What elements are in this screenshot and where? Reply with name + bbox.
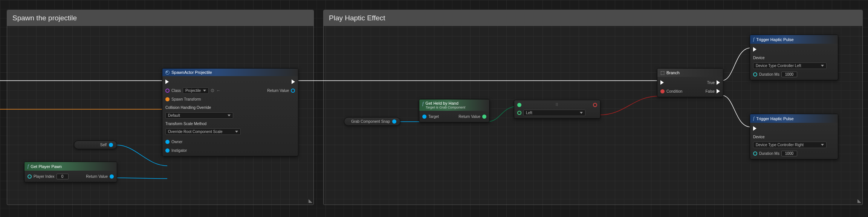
false-exec-pin[interactable] (717, 89, 720, 93)
exec-out-pin[interactable] (831, 126, 835, 131)
exec-in-pin[interactable] (753, 47, 756, 52)
exec-in-pin[interactable] (753, 126, 756, 131)
exec-in-pin[interactable] (660, 80, 664, 85)
node-title: Get Player Pawn (31, 164, 62, 169)
scale-dropdown[interactable]: Override Root Component Scale (165, 128, 241, 135)
node-grab-component-snap[interactable]: Grab Component Snap (344, 117, 400, 126)
spawn-icon (165, 70, 170, 75)
node-header: ⬚ Branch (657, 69, 723, 77)
collision-heading: Collision Handling Override (165, 105, 295, 110)
player-index-label: Player Index (34, 174, 55, 179)
exec-out-pin[interactable] (831, 47, 835, 52)
class-dropdown[interactable]: Projectile (183, 87, 209, 94)
class-label: Class (171, 89, 181, 93)
instigator-pin[interactable] (165, 148, 170, 153)
node-title: Trigger Haptic Pulse (756, 37, 793, 42)
node-trigger-haptic-bottom[interactable]: f Trigger Haptic Pulse Device Device Typ… (750, 114, 838, 159)
condition-pin[interactable] (660, 89, 665, 93)
return-pin[interactable] (291, 89, 295, 93)
node-self[interactable]: Self (74, 141, 117, 149)
bool-out-pin[interactable] (593, 103, 597, 107)
grab-out-pin[interactable] (392, 119, 396, 124)
exec-out-pin[interactable] (292, 79, 295, 84)
class-pin[interactable] (165, 89, 170, 93)
node-header: SpawnActor Projectile (162, 69, 298, 76)
duration-input[interactable] (781, 151, 797, 156)
node-subtitle: Target is Grab Component (425, 105, 465, 109)
transform-label: Spawn Transform (171, 97, 201, 101)
comment-title[interactable]: Play Haptic Effect (324, 10, 862, 26)
node-header: f Trigger Haptic Pulse (750, 35, 838, 44)
node-equals-left[interactable]: ⠿ Left (514, 100, 601, 119)
node-trigger-haptic-top[interactable]: f Trigger Haptic Pulse Device Device Typ… (750, 35, 838, 80)
duration-input[interactable] (781, 72, 797, 77)
device-dropdown[interactable]: Device Type Controller Left (753, 63, 827, 69)
scale-heading: Transform Scale Method (165, 122, 295, 126)
exec-in-pin[interactable] (165, 79, 169, 84)
grab-label: Grab Component Snap (351, 119, 390, 124)
node-header: f Get Player Pawn (24, 162, 117, 171)
self-out-pin[interactable] (109, 143, 113, 147)
node-header: f Get Held by Hand Target is Grab Compon… (419, 99, 489, 111)
node-branch[interactable]: ⬚ Branch True Condition False (657, 68, 723, 97)
self-label: Self (100, 143, 107, 147)
device-heading: Device (753, 135, 835, 139)
branch-icon: ⬚ (660, 70, 665, 75)
return-pin[interactable] (482, 115, 486, 119)
device-dropdown[interactable]: Device Type Controller Right (753, 142, 827, 148)
device-heading: Device (753, 56, 835, 60)
false-label: False (706, 89, 715, 93)
node-spawn-actor[interactable]: SpawnActor Projectile Class Projectile ⊙… (162, 68, 298, 156)
node-title: Trigger Haptic Pulse (756, 116, 793, 121)
condition-label: Condition (666, 89, 682, 93)
node-title: Get Held by Hand (425, 101, 458, 105)
node-get-player-pawn[interactable]: f Get Player Pawn Player Index Return Va… (24, 162, 117, 182)
node-header: f Trigger Haptic Pulse (750, 114, 838, 123)
function-icon: f (28, 164, 29, 169)
duration-label: Duration Ms (759, 72, 779, 76)
return-label: Return Value (458, 115, 480, 119)
return-label: Return Value (86, 174, 108, 179)
instigator-label: Instigator (171, 148, 187, 153)
owner-pin[interactable] (165, 140, 170, 144)
duration-pin[interactable] (753, 72, 757, 76)
owner-label: Owner (171, 140, 182, 144)
grip-icon[interactable]: ⠿ (555, 102, 559, 107)
function-icon: f (422, 101, 423, 107)
enum-in-pin[interactable] (517, 103, 521, 107)
target-label: Target (428, 115, 439, 119)
player-index-input[interactable] (57, 174, 69, 179)
player-index-pin[interactable] (28, 174, 32, 179)
browse-icon[interactable]: ⊙ (211, 88, 214, 93)
target-pin[interactable] (422, 115, 426, 119)
enum-dropdown[interactable]: Left (523, 110, 585, 116)
true-exec-pin[interactable] (717, 80, 720, 85)
function-icon: f (753, 116, 754, 121)
enum-in2-pin[interactable] (517, 111, 521, 115)
resize-handle-icon[interactable]: ◢ (309, 198, 312, 203)
collision-dropdown[interactable]: Default (165, 112, 233, 119)
resize-handle-icon[interactable]: ◢ (857, 198, 861, 203)
find-icon[interactable]: ← (216, 88, 220, 93)
node-get-held-by-hand[interactable]: f Get Held by Hand Target is Grab Compon… (419, 99, 490, 122)
duration-pin[interactable] (753, 151, 757, 156)
duration-label: Duration Ms (759, 151, 779, 156)
comment-title[interactable]: Spawn the projectile (7, 10, 313, 26)
true-label: True (707, 81, 715, 85)
node-title: SpawnActor Projectile (171, 70, 212, 75)
return-pin[interactable] (110, 174, 114, 179)
transform-pin[interactable] (165, 97, 170, 101)
function-icon: f (753, 37, 754, 42)
node-title: Branch (666, 70, 680, 75)
return-label: Return Value (267, 89, 289, 93)
